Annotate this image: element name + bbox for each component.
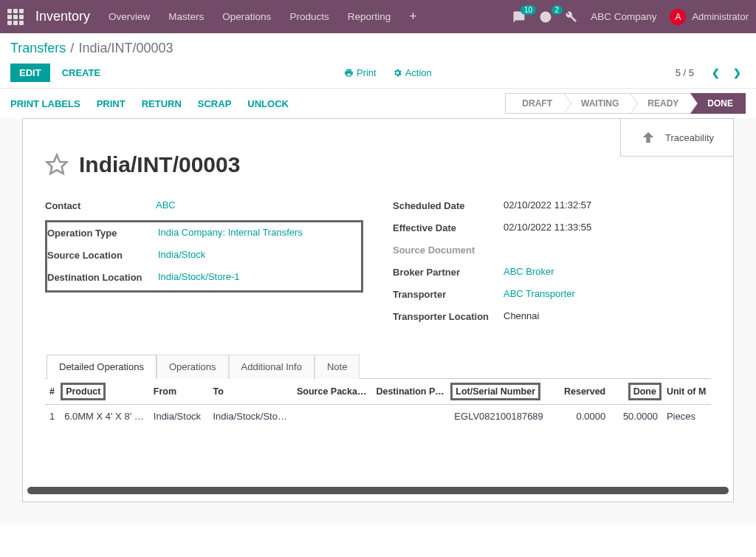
cell-product: 6.0MM X 4' X 8' …	[60, 405, 149, 428]
effective-date-label: Effective Date	[393, 222, 504, 233]
traceability-button[interactable]: Traceability	[620, 119, 733, 157]
transporter-value[interactable]: ABC Transporter	[504, 288, 575, 299]
table-row[interactable]: 1 6.0MM X 4' X 8' … India/Stock India/St…	[45, 405, 711, 428]
source-location-label: Source Location	[47, 249, 158, 261]
cell-done: 50.0000	[610, 405, 662, 428]
contact-label: Contact	[45, 199, 156, 211]
horizontal-scrollbar[interactable]	[27, 487, 729, 494]
source-doc-label: Source Document	[393, 244, 504, 256]
traceability-label: Traceability	[665, 132, 714, 143]
col-from[interactable]: From	[149, 379, 209, 405]
breadcrumb: Transfers / India/INT/00003	[10, 41, 746, 56]
button-bar: PRINT LABELS PRINT RETURN SCRAP UNLOCK D…	[0, 89, 756, 118]
breadcrumb-root[interactable]: Transfers	[10, 41, 66, 56]
cell-from: India/Stock	[149, 405, 209, 428]
contact-value[interactable]: ABC	[156, 199, 176, 211]
arrow-up-icon	[640, 129, 656, 146]
action-label: Action	[405, 67, 432, 78]
col-product[interactable]: Product	[60, 379, 149, 405]
nav-operations[interactable]: Operations	[222, 11, 271, 22]
col-lot[interactable]: Lot/Serial Number	[450, 379, 550, 405]
edit-button[interactable]: EDIT	[10, 64, 50, 82]
nav-menu: Overview Masters Operations Products Rep…	[109, 9, 512, 24]
tools-icon[interactable]	[566, 11, 577, 23]
nav-masters[interactable]: Masters	[168, 11, 204, 22]
breadcrumb-sep: /	[70, 41, 74, 56]
transporter-loc-value: Chennai	[504, 310, 539, 321]
status-waiting[interactable]: WAITING	[564, 93, 630, 114]
transporter-loc-label: Transporter Location	[393, 310, 504, 322]
activity-badge: 2	[551, 5, 563, 15]
svg-marker-0	[47, 155, 67, 174]
status-ready[interactable]: READY	[630, 93, 690, 114]
table-header-row: # Product From To Source Packa… Destinat…	[45, 379, 711, 405]
destination-location-value[interactable]: India/Stock/Store-1	[158, 271, 240, 282]
sheet-wrapper: Traceability India/INT/00003 Contact ABC	[0, 118, 756, 524]
gear-icon	[393, 68, 402, 78]
right-column: Scheduled Date 02/10/2022 11:32:57 Effec…	[393, 199, 711, 332]
broker-value[interactable]: ABC Broker	[504, 266, 554, 277]
statusbar: DRAFT WAITING READY DONE	[505, 93, 746, 114]
pager-prev[interactable]: ❮	[707, 64, 724, 81]
messaging-icon[interactable]: 10	[512, 10, 526, 24]
action-dropdown[interactable]: Action	[393, 67, 432, 78]
print-label: Print	[357, 67, 377, 78]
status-draft[interactable]: DRAFT	[505, 93, 564, 114]
nav-reporting[interactable]: Reporting	[348, 11, 391, 22]
nav-products[interactable]: Products	[289, 11, 329, 22]
cell-destpack	[371, 405, 450, 428]
activity-icon[interactable]: 2	[539, 10, 552, 24]
cell-uom: Pieces	[662, 405, 711, 428]
col-dest-package[interactable]: Destination P…	[371, 379, 450, 405]
col-done[interactable]: Done	[610, 379, 662, 405]
col-uom[interactable]: Unit of M	[662, 379, 711, 405]
pager-next[interactable]: ❯	[729, 64, 746, 81]
record-title: India/INT/00003	[79, 152, 240, 177]
left-column: Contact ABC Operation Type India Company…	[45, 199, 363, 332]
col-reserved[interactable]: Reserved	[551, 379, 611, 405]
return-button[interactable]: RETURN	[142, 98, 182, 109]
cell-srcpack	[292, 405, 371, 428]
effective-date-value: 02/10/2022 11:33:55	[504, 222, 591, 233]
tab-additional-info[interactable]: Additional Info	[229, 355, 315, 379]
app-brand[interactable]: Inventory	[35, 9, 90, 24]
favorite-star-icon[interactable]	[45, 153, 69, 177]
nav-overview[interactable]: Overview	[109, 11, 150, 22]
tab-detailed-operations[interactable]: Detailed Operations	[47, 355, 157, 379]
msg-badge: 10	[520, 5, 536, 15]
tab-operations[interactable]: Operations	[157, 355, 229, 379]
nav-new-icon[interactable]: +	[409, 9, 417, 24]
systray: 10 2 ABC Company A Administrator	[512, 9, 749, 25]
scheduled-date-value: 02/10/2022 11:32:57	[504, 199, 591, 211]
pager-display: 5 / 5	[676, 67, 694, 78]
status-done[interactable]: DONE	[690, 93, 746, 114]
transporter-label: Transporter	[393, 288, 504, 300]
col-to[interactable]: To	[209, 379, 292, 405]
notebook-tabs: Detailed Operations Operations Additiona…	[45, 355, 711, 379]
print-button[interactable]: PRINT	[97, 98, 126, 109]
col-source-package[interactable]: Source Packa…	[292, 379, 371, 405]
operation-type-value[interactable]: India Company: Internal Transfers	[158, 227, 303, 238]
top-navbar: Inventory Overview Masters Operations Pr…	[0, 0, 756, 33]
tab-note[interactable]: Note	[315, 355, 360, 379]
unlock-button[interactable]: UNLOCK	[247, 98, 289, 109]
cell-lot: EGLV082100187689	[450, 405, 550, 428]
create-button[interactable]: CREATE	[62, 67, 100, 78]
control-panel: Transfers / India/INT/00003 EDIT CREATE …	[0, 33, 756, 89]
avatar: A	[670, 9, 686, 25]
destination-location-label: Destination Location	[47, 271, 158, 283]
cell-to: India/Stock/Sto…	[209, 405, 292, 428]
cell-reserved: 0.0000	[551, 405, 611, 428]
operation-type-label: Operation Type	[47, 227, 158, 239]
company-switcher[interactable]: ABC Company	[591, 11, 656, 22]
broker-label: Broker Partner	[393, 266, 504, 278]
col-number[interactable]: #	[45, 379, 60, 405]
print-dropdown[interactable]: Print	[344, 67, 377, 78]
scrap-button[interactable]: SCRAP	[198, 98, 232, 109]
apps-icon[interactable]	[7, 9, 24, 25]
source-location-value[interactable]: India/Stock	[158, 249, 205, 260]
print-labels-button[interactable]: PRINT LABELS	[10, 98, 80, 109]
breadcrumb-current: India/INT/00003	[78, 41, 173, 56]
highlighted-fields: Operation Type India Company: Internal T…	[45, 220, 363, 293]
user-menu[interactable]: A Administrator	[670, 9, 749, 25]
